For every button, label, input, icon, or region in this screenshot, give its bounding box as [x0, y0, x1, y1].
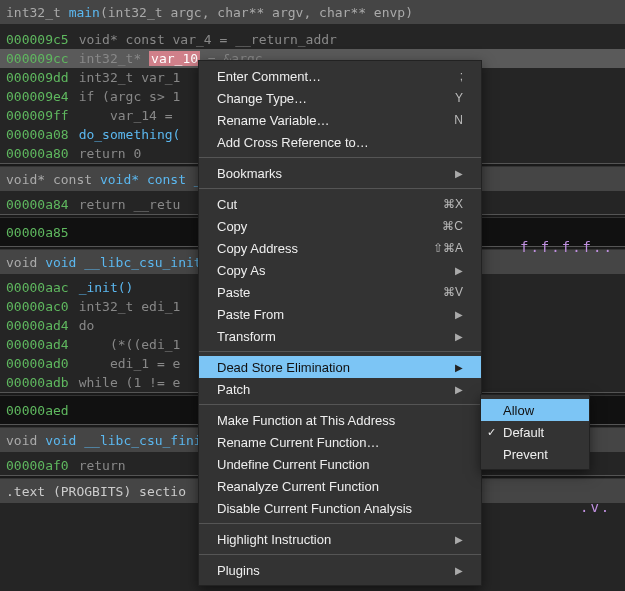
menu-reanalyze-function[interactable]: Reanalyze Current Function: [199, 475, 481, 497]
chevron-right-icon: ▶: [455, 265, 463, 276]
menu-highlight-instruction[interactable]: Highlight Instruction▶: [199, 528, 481, 550]
menu-make-function[interactable]: Make Function at This Address: [199, 409, 481, 431]
menu-separator: [199, 554, 481, 555]
code-line[interactable]: 000009c5void* const var_4 = __return_add…: [0, 30, 625, 49]
submenu-default[interactable]: Default: [481, 421, 589, 443]
menu-bookmarks[interactable]: Bookmarks▶: [199, 162, 481, 184]
menu-separator: [199, 404, 481, 405]
hex-dump: .v.: [580, 499, 611, 515]
menu-paste[interactable]: Paste⌘V: [199, 281, 481, 303]
chevron-right-icon: ▶: [455, 309, 463, 320]
function-signature: int32_t main(int32_t argc, char** argv, …: [0, 0, 625, 24]
hex-dump: f.f.f.f..: [520, 239, 614, 255]
submenu-allow[interactable]: Allow: [481, 399, 589, 421]
menu-transform[interactable]: Transform▶: [199, 325, 481, 347]
menu-separator: [199, 523, 481, 524]
menu-rename-function[interactable]: Rename Current Function…: [199, 431, 481, 453]
menu-copy-address[interactable]: Copy Address⇧⌘A: [199, 237, 481, 259]
menu-undefine-function[interactable]: Undefine Current Function: [199, 453, 481, 475]
chevron-right-icon: ▶: [455, 384, 463, 395]
context-menu: Enter Comment…; Change Type…Y Rename Var…: [198, 60, 482, 586]
menu-enter-comment[interactable]: Enter Comment…;: [199, 65, 481, 87]
chevron-right-icon: ▶: [455, 362, 463, 373]
menu-paste-from[interactable]: Paste From▶: [199, 303, 481, 325]
menu-separator: [199, 188, 481, 189]
menu-separator: [199, 351, 481, 352]
menu-add-xref[interactable]: Add Cross Reference to…: [199, 131, 481, 153]
submenu-dse: Allow Default Prevent: [480, 394, 590, 470]
menu-change-type[interactable]: Change Type…Y: [199, 87, 481, 109]
chevron-right-icon: ▶: [455, 168, 463, 179]
menu-rename-variable[interactable]: Rename Variable…N: [199, 109, 481, 131]
chevron-right-icon: ▶: [455, 534, 463, 545]
menu-separator: [199, 157, 481, 158]
menu-plugins[interactable]: Plugins▶: [199, 559, 481, 581]
menu-copy[interactable]: Copy⌘C: [199, 215, 481, 237]
chevron-right-icon: ▶: [455, 565, 463, 576]
menu-copy-as[interactable]: Copy As▶: [199, 259, 481, 281]
menu-cut[interactable]: Cut⌘X: [199, 193, 481, 215]
menu-dead-store-elimination[interactable]: Dead Store Elimination▶: [199, 356, 481, 378]
submenu-prevent[interactable]: Prevent: [481, 443, 589, 465]
menu-disable-analysis[interactable]: Disable Current Function Analysis: [199, 497, 481, 519]
menu-patch[interactable]: Patch▶: [199, 378, 481, 400]
chevron-right-icon: ▶: [455, 331, 463, 342]
